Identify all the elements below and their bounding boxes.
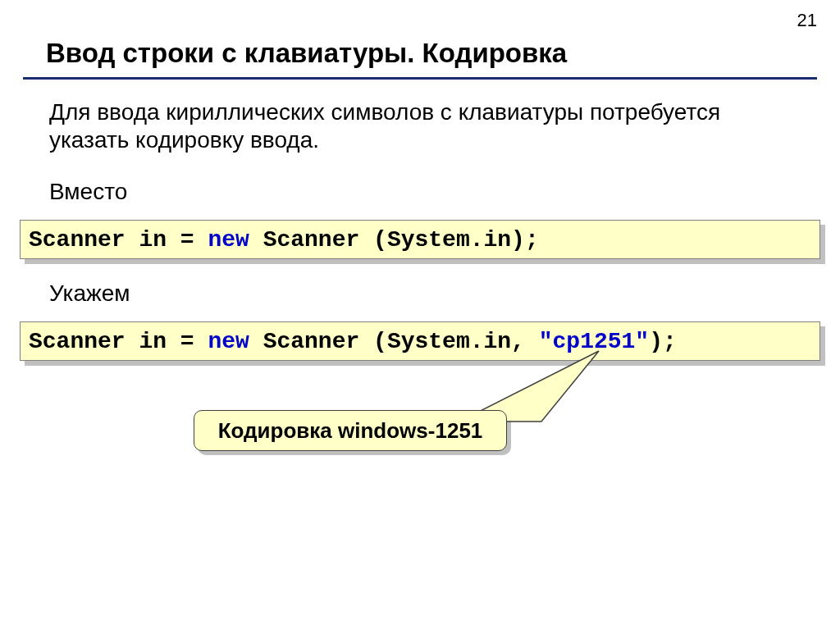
code-content: Scanner in = new Scanner (System.in, "cp… bbox=[20, 321, 820, 361]
label-after: Укажем bbox=[49, 280, 130, 307]
label-before: Вместо bbox=[49, 179, 127, 205]
code-block-before: Scanner in = new Scanner (System.in); bbox=[20, 220, 820, 259]
callout-text: Кодировка windows-1251 bbox=[194, 410, 507, 451]
code-text: ); bbox=[649, 329, 677, 354]
code-content: Scanner in = new Scanner (System.in); bbox=[20, 220, 820, 259]
title-underline bbox=[23, 77, 817, 80]
code-text: Scanner (System.in); bbox=[249, 227, 539, 253]
intro-paragraph: Для ввода кириллических символов с клави… bbox=[49, 98, 788, 153]
code-keyword: new bbox=[208, 227, 249, 253]
code-block-after: Scanner in = new Scanner (System.in, "cp… bbox=[20, 321, 820, 361]
code-keyword: new bbox=[208, 329, 249, 354]
slide-title: Ввод строки с клавиатуры. Кодировка bbox=[46, 38, 567, 69]
code-text: Scanner in = bbox=[29, 227, 208, 253]
code-text: Scanner in = bbox=[29, 329, 208, 354]
page-number: 21 bbox=[797, 10, 817, 31]
callout-box: Кодировка windows-1251 bbox=[194, 410, 507, 451]
